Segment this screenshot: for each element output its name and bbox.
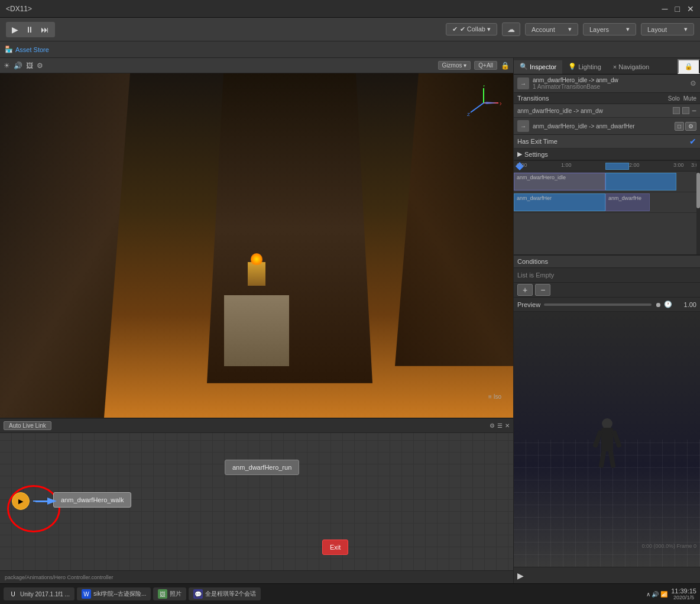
- track-1-block-1: anm_dwarfHero_idle: [514, 173, 605, 190]
- maximize-button[interactable]: □: [675, 4, 680, 14]
- scene-sun-icon[interactable]: ☀: [4, 62, 10, 70]
- preview-clock-icon[interactable]: 🕐: [664, 301, 672, 308]
- timeline-playhead-block[interactable]: [605, 163, 629, 170]
- account-dropdown[interactable]: Account ▾: [525, 23, 578, 35]
- asset-store-button[interactable]: 🏪 Asset Store: [5, 46, 49, 53]
- step-button[interactable]: ⏭: [38, 24, 51, 35]
- remove-condition-button[interactable]: −: [535, 284, 550, 296]
- has-exit-time-checkbox[interactable]: ✔: [689, 137, 696, 146]
- taskbar-word-label: siki学院--古迹探险...: [93, 590, 146, 598]
- lock-icon[interactable]: 🔒: [501, 62, 510, 70]
- scene-image-icon[interactable]: 🖼: [26, 62, 33, 70]
- scene-gizmo: X Y Z: [466, 85, 501, 121]
- taskbar-date: 2020/1/5: [671, 595, 696, 600]
- timeline-ruler: 0:00 1:00 2:00 3:00 3:0: [514, 161, 700, 172]
- auto-live-link-button[interactable]: Auto Live Link: [4, 421, 51, 430]
- taskbar-item-photos[interactable]: 🖼 照片: [153, 587, 186, 600]
- detail-gear-button[interactable]: ⚙: [685, 122, 696, 131]
- animator-node-walk[interactable]: anm_dwarfHero_walk: [53, 492, 131, 508]
- tab-lighting[interactable]: 💡 Lighting: [562, 60, 607, 74]
- layers-dropdown[interactable]: Layers ▾: [583, 23, 636, 35]
- pause-button[interactable]: ⏸: [23, 24, 36, 35]
- preview-character: [589, 410, 625, 469]
- play-button[interactable]: ▶: [9, 24, 21, 35]
- mute-checkbox[interactable]: [682, 107, 689, 114]
- has-exit-time-label: Has Exit Time: [517, 138, 689, 145]
- account-label: Account: [532, 26, 555, 33]
- gizmos-dropdown[interactable]: Gizmos ▾: [438, 61, 471, 70]
- tab-navigation[interactable]: × Navigation: [607, 61, 655, 74]
- svg-marker-6: [484, 102, 498, 104]
- timeline-marker-1: 1:00: [561, 162, 572, 168]
- collab-button[interactable]: ✔ ✔ Collab ▾: [446, 23, 497, 35]
- annotation-circle: [7, 485, 60, 532]
- scene-vfx-icon[interactable]: ⚙: [37, 62, 43, 70]
- preview-play-button[interactable]: ▶: [517, 571, 524, 580]
- track-2-block-1: anm_dwarfHe: [605, 193, 650, 211]
- taskbar-item-unity[interactable]: U Unity 2017.1.1f1 ...: [4, 587, 74, 600]
- solo-mute-group: Solo Mute: [668, 95, 696, 102]
- close-button[interactable]: ✕: [687, 4, 694, 14]
- transition-detail: → anm_dwarfHero_idle -> anm_dwarfHer □ ⚙: [514, 118, 700, 135]
- layer-filter-dropdown[interactable]: Q+All: [474, 61, 497, 70]
- animator-settings-icon[interactable]: ⚙: [490, 422, 495, 429]
- svg-text:Y: Y: [482, 85, 486, 88]
- detail-buttons: □ ⚙: [675, 122, 696, 131]
- chevron-down-icon: ▾: [626, 25, 630, 33]
- layout-dropdown[interactable]: Layout ▾: [641, 23, 694, 35]
- add-condition-button[interactable]: +: [517, 284, 533, 296]
- remove-transition-button[interactable]: −: [692, 106, 696, 115]
- detail-square-button[interactable]: □: [675, 122, 684, 131]
- lock-panel-button[interactable]: 🔒: [678, 59, 700, 74]
- track-2b-label: anm_dwarfHer: [514, 194, 554, 202]
- preview-speed-slider[interactable]: [544, 303, 652, 306]
- animator-node-exit[interactable]: Exit: [322, 540, 348, 555]
- lighting-tab-icon: 💡: [568, 63, 576, 70]
- cloud-button[interactable]: ☁: [502, 22, 520, 36]
- taskbar-clock: 11:39:15 2020/1/5: [671, 587, 696, 600]
- node-walk-label: anm_dwarfHero_walk: [61, 496, 124, 503]
- char-head: [602, 418, 612, 429]
- tab-inspector[interactable]: 🔍 Inspector: [514, 60, 562, 74]
- timeline-marker-0: 0:00: [517, 162, 527, 168]
- platform: [224, 295, 289, 366]
- timeline-scrollbar[interactable]: [696, 161, 700, 254]
- char-body: [601, 428, 613, 451]
- animator-toolbar: Auto Live Link ⚙ ☰ ✕: [0, 419, 513, 433]
- animator-node-entry[interactable]: ▶: [12, 492, 30, 510]
- transition-row: anm_dwarfHero_idle -> anm_dw −: [514, 104, 700, 118]
- preview-timestamp: 0:00 (000.0%) Frame 0: [641, 543, 696, 549]
- taskbar-system-tray: ∧ 🔊 📶 11:39:15 2020/1/5: [646, 587, 696, 600]
- collab-check-icon: ✔: [452, 25, 458, 33]
- svg-line-4: [471, 103, 484, 112]
- preview-header: Preview ⏺ 🕐 1.00: [514, 298, 700, 312]
- track-2-block-2: anm_dwarfHer: [514, 193, 605, 211]
- taskbar-item-chat[interactable]: 💬 全是程琪等2个会话: [189, 587, 261, 600]
- preview-record-icon[interactable]: ⏺: [655, 301, 662, 308]
- timeline-scrollbar-thumb[interactable]: [696, 173, 700, 208]
- transition-row-text: anm_dwarfHero_idle -> anm_dw: [517, 108, 670, 114]
- node-run-label: anm_dwarfHero_run: [232, 464, 291, 471]
- animator-menu-icon[interactable]: ☰: [497, 422, 503, 429]
- animator-minimize-icon[interactable]: ✕: [505, 422, 510, 429]
- animator-canvas[interactable]: ▶ anm_dwarfHero_walk anm_dwarfHero_run E…: [0, 433, 513, 570]
- minimize-button[interactable]: ─: [662, 4, 668, 14]
- settings-arrow-icon: ▶: [517, 150, 522, 158]
- inspector-gear-icon[interactable]: ⚙: [690, 79, 696, 88]
- iso-label: ≡ Iso: [488, 393, 501, 400]
- collab-label: ✔ Collab ▾: [460, 25, 491, 33]
- sys-tray-icons[interactable]: ∧ 🔊 📶: [646, 591, 668, 597]
- settings-header[interactable]: ▶ Settings: [514, 148, 700, 160]
- scene-viewport[interactable]: X Y Z ≡ Iso: [0, 73, 513, 418]
- animator-node-run[interactable]: anm_dwarfHero_run: [225, 460, 299, 475]
- scene-audio-icon[interactable]: 🔊: [14, 62, 22, 70]
- transitions-label: Transitions: [517, 95, 549, 102]
- taskbar-time: 11:39:15: [671, 587, 696, 595]
- conditions-section: Conditions List is Empty + −: [514, 255, 700, 298]
- conditions-footer: + −: [514, 283, 700, 298]
- taskbar-item-word[interactable]: W siki学院--古迹探险...: [77, 587, 151, 600]
- inspector-object-title: anm_dwarfHero_idle -> anm_dw: [533, 77, 686, 83]
- char-leg-right: [608, 450, 615, 468]
- preview-section: Preview ⏺ 🕐 1.00: [514, 298, 700, 583]
- solo-checkbox[interactable]: [673, 107, 680, 114]
